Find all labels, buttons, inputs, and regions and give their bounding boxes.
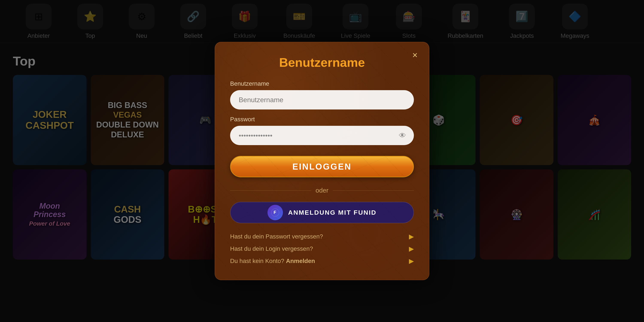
- modal-title: Benutzername: [230, 55, 414, 70]
- svg-text:F: F: [274, 210, 277, 215]
- password-input-wrapper: 👁: [230, 126, 414, 145]
- forgot-password-arrow: ▶: [409, 233, 414, 240]
- login-button[interactable]: EINLOGGEN: [230, 156, 414, 177]
- password-label: Passwort: [230, 116, 414, 123]
- login-modal: × Benutzername Benutzername Passwort 👁 E…: [215, 42, 429, 280]
- forgot-password-text: Hast du dein Passwort vergessen?: [230, 233, 323, 240]
- forgot-login-text: Hast du dein Login vergessen?: [230, 245, 313, 252]
- forgot-login-row[interactable]: Hast du dein Login vergessen? ▶: [230, 245, 414, 252]
- funid-logo-icon: F: [271, 208, 280, 217]
- funid-button-label: ANMELDUNG MIT FUNID: [288, 209, 376, 216]
- register-arrow: ▶: [409, 257, 414, 265]
- funid-logo: F: [268, 205, 283, 220]
- username-form-group: Benutzername: [230, 80, 414, 110]
- modal-backdrop: × Benutzername Benutzername Passwort 👁 E…: [0, 0, 644, 322]
- divider-text: oder: [316, 187, 328, 194]
- no-account-text: Du hast kein Konto? Anmelden: [230, 258, 315, 264]
- modal-close-button[interactable]: ×: [408, 49, 422, 62]
- register-row[interactable]: Du hast kein Konto? Anmelden ▶: [230, 257, 414, 265]
- links-section: Hast du dein Passwort vergessen? ▶ Hast …: [230, 233, 414, 265]
- password-input[interactable]: [230, 126, 414, 145]
- forgot-login-arrow: ▶: [409, 245, 414, 252]
- funid-button[interactable]: F ANMELDUNG MIT FUNID: [230, 202, 414, 223]
- forgot-password-row[interactable]: Hast du dein Passwort vergessen? ▶: [230, 233, 414, 240]
- divider: oder: [230, 187, 414, 194]
- username-label: Benutzername: [230, 80, 414, 87]
- username-input[interactable]: [230, 90, 414, 110]
- password-toggle-icon[interactable]: 👁: [399, 132, 406, 140]
- password-form-group: Passwort 👁: [230, 116, 414, 145]
- username-input-wrapper: [230, 90, 414, 110]
